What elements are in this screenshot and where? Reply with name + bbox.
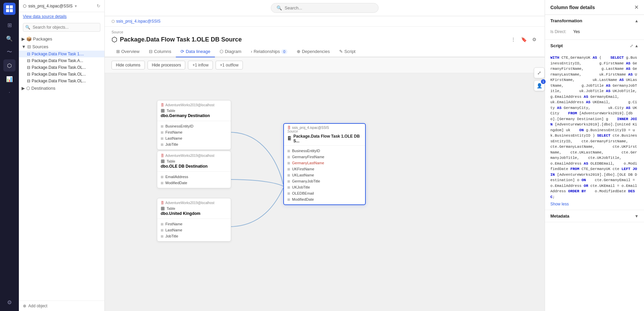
sidebar-item-3[interactable]: ⊟ Package.Data Flow Task.OL...	[19, 71, 104, 78]
uk-fields: ⊞FirstName ⊞LastName ⊞JobTitle	[157, 219, 231, 241]
search-input[interactable]	[23, 23, 100, 32]
tab-columns[interactable]: ⊟ Columns	[144, 46, 176, 57]
field-icon: ⊞	[161, 137, 163, 140]
oledb-destination-card[interactable]: 🗄 AdventureWorks2019@localhost ⊞ Table d…	[157, 151, 231, 188]
is-direct-label: Is Direct:	[550, 29, 571, 34]
sidebar-item-4[interactable]: ⊟ Package.Data Flow Task.OL...	[19, 78, 104, 84]
breadcrumb-icon: ⬡	[111, 19, 115, 24]
breadcrumb: ⬡ ssis_proj_4.ispac@SSIS	[105, 16, 545, 27]
oledb-table-name: ⊞ Table	[161, 159, 227, 164]
nav-chart[interactable]: 📊	[3, 73, 15, 85]
right-panel-header: Column flow details ✕	[545, 0, 644, 15]
src-field-7: ⊞UKJobTitle	[284, 184, 365, 190]
search-icon: 🔍	[25, 25, 30, 30]
is-direct-value: Yes	[573, 29, 580, 34]
tab-data-lineage[interactable]: ⟳ Data lineage	[176, 46, 215, 57]
field-icon: ⊞	[287, 161, 290, 165]
field-icon: ⊞	[161, 234, 163, 238]
tree-group-destinations[interactable]: ▶ ⬡ Destinations	[19, 84, 104, 92]
metadata-section: Metadata ▼	[545, 210, 644, 222]
script-toggle-icon: ▲	[635, 44, 639, 48]
script-text: WITH CTE_GermanyUK AS ( SELECT g.Busines…	[550, 55, 639, 200]
item-icon-0: ⊟	[27, 52, 30, 56]
src-field-1: ⊞BusinessEntityID	[284, 148, 365, 154]
src-field-5: ⊞UKLastName	[284, 172, 365, 178]
tab-relationships-label: Relationships	[254, 49, 280, 54]
breadcrumb-link[interactable]: ssis_proj_4.ispac@SSIS	[116, 19, 161, 24]
field-icon: ⊞	[287, 186, 290, 189]
sidebar-item-2[interactable]: ⊟ Package.Data Flow Task.OL...	[19, 64, 104, 71]
tab-script[interactable]: ✎ Script	[334, 46, 360, 57]
src-field-8: ⊞OLEDBEmail	[284, 190, 365, 196]
outflow-button[interactable]: +1 outflow	[216, 61, 243, 69]
tab-dependencies[interactable]: ⊕ Dependencies	[292, 46, 334, 57]
add-object-button[interactable]: ⊕ Add object	[19, 301, 104, 311]
source-selector[interactable]: ⬡ ssis_proj_4.ispac@SSIS ▾	[23, 4, 77, 8]
show-less-button[interactable]: Show less	[550, 202, 639, 206]
svg-rect-3	[10, 9, 13, 12]
diagram-area: 🗄 AdventureWorks2019@localhost ⊞ Table d…	[105, 73, 545, 311]
page-title: Package.Data Flow Task 1.OLE DB Source	[120, 36, 242, 43]
table-icon-3: ⊞	[161, 206, 165, 211]
nav-lineage[interactable]: ⬡	[3, 59, 15, 72]
refresh-icon[interactable]: ↻	[97, 3, 100, 8]
header-actions: ⋮ 🔖 ⚙	[510, 35, 538, 44]
sidebar-item-0[interactable]: ⊟ Package.Data Flow Task 1....	[19, 51, 104, 57]
view-data-source-link[interactable]: View data source details	[19, 12, 104, 21]
oledb-fields: ⊞EmailAddress ⊞ModifiedDate	[157, 172, 231, 188]
tree-group-sources[interactable]: ▼ ⊟ Sources	[19, 43, 104, 51]
tree-group-packages[interactable]: ▶ 📦 Packages	[19, 35, 104, 43]
transformation-section: Transformation ▲ Is Direct: Yes	[545, 15, 644, 40]
hide-processors-button[interactable]: Hide processors	[148, 61, 186, 69]
add-object-label: Add object	[28, 304, 47, 308]
field-icon: ⊞	[161, 124, 163, 128]
nav-home[interactable]: ⊞	[3, 19, 15, 31]
script-icon: ✎	[339, 49, 343, 54]
more-options-button[interactable]: ⋮	[510, 35, 517, 44]
packages-label: Packages	[33, 36, 52, 41]
right-panel-body: Transformation ▲ Is Direct: Yes Script ⤢…	[545, 15, 644, 311]
transformation-section-header[interactable]: Transformation ▲	[545, 15, 644, 27]
field-icon: ⊞	[161, 228, 163, 232]
nav-search[interactable]: 🔍	[3, 32, 15, 45]
field-emailaddress: ⊞EmailAddress	[157, 174, 231, 180]
germany-destination-card[interactable]: 🗄 AdventureWorks2019@localhost ⊞ Table d…	[157, 100, 231, 150]
hide-columns-button[interactable]: Hide columns	[111, 61, 145, 69]
table-icon: ⊞	[161, 108, 165, 113]
source-selector-label: ssis_proj_4.ispac@SSIS	[28, 4, 73, 8]
transformation-content: Is Direct: Yes	[545, 27, 644, 39]
uk-destination-card[interactable]: 🗄 AdventureWorks2019@localhost ⊞ Table d…	[157, 198, 231, 242]
source-fields: ⊞BusinessEntityID ⊞GermanyFirstName ⊞Ger…	[284, 146, 365, 204]
field-businessentityid: ⊞BusinessEntityID	[157, 123, 231, 129]
nav-dot[interactable]: ·	[3, 86, 15, 98]
diagram-toolbar: Hide columns Hide processors +1 inflow +…	[105, 57, 545, 73]
tab-overview[interactable]: ⊞ Overview	[111, 46, 144, 57]
item-icon-4: ⊟	[27, 79, 30, 83]
script-expand-button[interactable]: ⤢	[630, 44, 633, 48]
metadata-title: Metadata	[550, 214, 569, 219]
source-server-label: 🗄 ssis_proj_4.ispac@SSIS	[287, 126, 362, 130]
src-field-3: ⊞GermanyLastName	[284, 160, 365, 166]
bookmark-button[interactable]: 🔖	[520, 35, 528, 44]
metadata-section-header[interactable]: Metadata ▼	[545, 210, 644, 222]
script-section-header[interactable]: Script ⤢ ▲	[545, 40, 644, 52]
field-icon: ⊞	[161, 222, 163, 226]
nav-settings[interactable]: ⚙	[3, 296, 15, 308]
destinations-label: Destinations	[31, 86, 56, 91]
tab-script-label: Script	[344, 49, 355, 54]
nav-activity[interactable]: 〜	[3, 46, 15, 58]
field-icon: ⊞	[161, 131, 163, 134]
tab-relationships[interactable]: › Relationships 0	[246, 46, 292, 57]
tab-diagram[interactable]: ⬡ Diagram	[215, 46, 246, 57]
global-search-bar[interactable]: 🔍	[271, 3, 379, 13]
sidebar-search-area: 🔍	[19, 21, 104, 34]
right-panel-close-button[interactable]: ✕	[634, 4, 639, 10]
inflow-button[interactable]: +1 inflow	[188, 61, 213, 69]
sidebar-item-1[interactable]: ⊟ Package.Data Flow Task.A...	[19, 57, 104, 64]
tree-expand-icon: ▶	[22, 36, 25, 41]
global-search-input[interactable]	[285, 5, 365, 10]
settings-button[interactable]: ⚙	[531, 35, 538, 44]
source-card[interactable]: 🗄 ssis_proj_4.ispac@SSIS Source 🗄 Packag…	[283, 123, 366, 205]
icon-bar: ⊞ 🔍 〜 ⬡ 📊 · ⚙	[0, 0, 19, 311]
germany-table-name: ⊞ Table	[161, 108, 227, 113]
